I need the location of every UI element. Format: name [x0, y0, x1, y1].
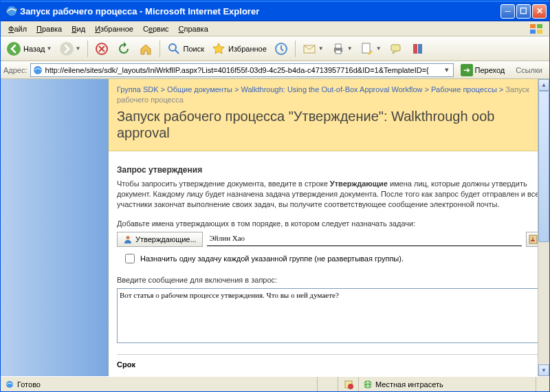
page-icon — [32, 65, 43, 76]
vertical-scrollbar[interactable]: ▲ ▼ — [538, 79, 549, 376]
minimize-button[interactable]: ─ — [500, 4, 515, 19]
sidebar-gradient — [1, 79, 109, 376]
svg-point-19 — [34, 66, 42, 74]
scroll-thumb[interactable] — [538, 91, 549, 242]
search-button[interactable]: Поиск — [164, 39, 207, 58]
svg-rect-21 — [529, 235, 537, 243]
edit-button[interactable]: ▼ — [357, 39, 384, 58]
status-ready: Готово — [17, 380, 41, 389]
svg-point-0 — [7, 6, 16, 16]
ie-icon — [6, 6, 17, 17]
breadcrumb: Группа SDK > Общие документы > Walkthrou… — [117, 85, 541, 105]
person-icon — [123, 235, 133, 244]
svg-rect-16 — [391, 45, 400, 51]
svg-rect-17 — [413, 44, 417, 54]
scroll-down-button[interactable]: ▼ — [538, 364, 549, 376]
forward-button[interactable]: ▼ — [56, 39, 84, 58]
page-icon-small — [5, 380, 14, 389]
favorites-button[interactable]: Избранное — [208, 39, 270, 58]
print-button[interactable]: ▼ — [328, 39, 355, 58]
svg-point-20 — [126, 236, 130, 239]
status-zone: Местная интрасеть — [375, 380, 443, 389]
deadline-heading: Срок — [117, 354, 541, 369]
crumb-walkthrough[interactable]: Walkthrough: Using the Out-of-Box Approv… — [241, 85, 422, 94]
stop-button[interactable] — [91, 39, 112, 58]
address-dropdown[interactable]: ▾ — [442, 65, 452, 74]
svg-rect-14 — [336, 50, 341, 54]
menu-view[interactable]: Вид — [67, 23, 90, 34]
refresh-button[interactable] — [113, 39, 134, 58]
page-content: Группа SDK > Общие документы > Walkthrou… — [109, 79, 549, 376]
discuss-button[interactable] — [386, 39, 406, 58]
go-button[interactable]: ➔ Переход — [456, 63, 509, 78]
page-title: Запуск рабочего процесса "Утверждение": … — [117, 108, 541, 141]
links-label[interactable]: Ссылки — [512, 66, 547, 74]
menubar: Файл Правка Вид Избранное Сервис Справка — [1, 21, 549, 36]
single-task-checkbox[interactable] — [125, 254, 135, 263]
go-arrow-icon: ➔ — [461, 64, 473, 76]
svg-rect-18 — [418, 44, 422, 54]
approvers-button[interactable]: Утверждающие... — [117, 232, 203, 247]
close-button[interactable]: ✕ — [532, 4, 547, 19]
scroll-up-button[interactable]: ▲ — [538, 79, 549, 91]
section-description: Чтобы запросить утверждение документа, в… — [117, 179, 541, 210]
message-textarea[interactable] — [117, 288, 541, 343]
home-button[interactable] — [135, 39, 156, 58]
svg-rect-5 — [537, 30, 542, 34]
svg-point-6 — [7, 42, 21, 56]
address-input-wrapper[interactable]: ▾ — [30, 63, 454, 77]
menu-favorites[interactable]: Избранное — [90, 23, 138, 34]
address-bar: Адрес: ▾ ➔ Переход Ссылки — [1, 61, 549, 79]
research-button[interactable] — [408, 39, 428, 58]
single-task-label: Назначить одну задачу каждой указанной г… — [140, 254, 404, 263]
mail-button[interactable]: ▼ — [299, 39, 327, 58]
svg-point-25 — [348, 384, 353, 389]
history-button[interactable] — [271, 39, 292, 58]
address-label: Адрес: — [3, 66, 28, 74]
toolbar: Назад ▼ ▼ Поиск Избранное ▼ ▼ ▼ — [1, 36, 549, 61]
zone-icon — [363, 380, 373, 389]
menu-help[interactable]: Справка — [174, 23, 213, 34]
statusbar: Готово Местная интрасеть — [1, 376, 549, 391]
maximize-button[interactable]: ☐ — [516, 4, 531, 19]
back-button[interactable]: Назад ▼ — [3, 39, 55, 58]
window-title: Запуск рабочего процесса - Microsoft Int… — [20, 6, 500, 17]
menu-tools[interactable]: Сервис — [138, 23, 174, 34]
svg-rect-2 — [530, 24, 536, 28]
menu-edit[interactable]: Правка — [32, 23, 67, 34]
crumb-group[interactable]: Группа SDK — [117, 85, 159, 94]
approver-name-field[interactable]: Эйлин Хао — [207, 232, 522, 246]
menu-file[interactable]: Файл — [3, 23, 32, 34]
svg-point-9 — [169, 44, 176, 51]
svg-point-22 — [532, 237, 534, 239]
approvers-label: Добавьте имена утверждающих в том порядк… — [117, 219, 541, 228]
svg-point-7 — [60, 42, 74, 56]
svg-rect-4 — [530, 30, 536, 34]
popup-blocker-icon — [344, 380, 353, 389]
message-label: Введите сообщение для включения в запрос… — [117, 276, 541, 284]
crumb-workflows[interactable]: Рабочие процессы — [431, 85, 497, 94]
svg-rect-3 — [537, 24, 542, 28]
svg-rect-15 — [362, 43, 370, 53]
svg-rect-13 — [336, 44, 341, 48]
address-input[interactable] — [45, 66, 442, 74]
crumb-docs[interactable]: Общие документы — [167, 85, 232, 94]
section-heading: Запрос утверждения — [117, 165, 541, 175]
windows-flag-icon — [529, 23, 545, 35]
titlebar: Запуск рабочего процесса - Microsoft Int… — [1, 1, 549, 21]
